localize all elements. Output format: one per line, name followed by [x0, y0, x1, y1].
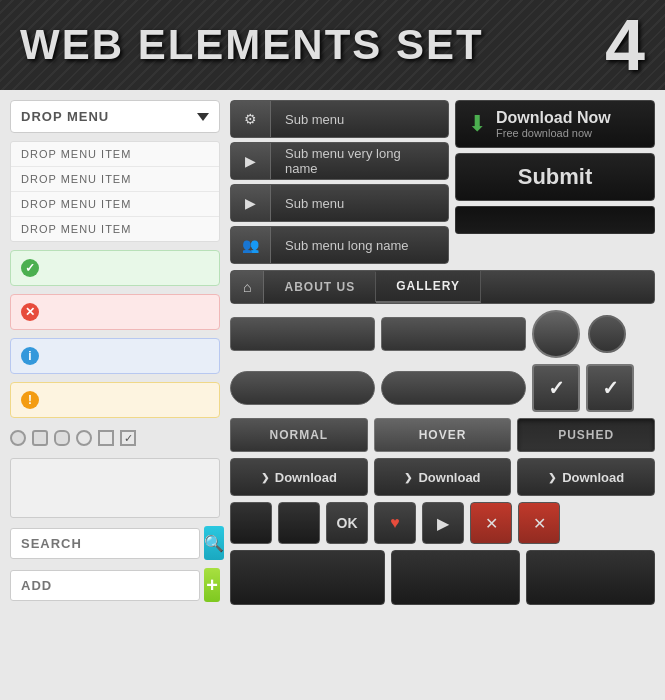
success-icon: ✓	[21, 259, 39, 277]
check-buttons: ✓ ✓	[532, 364, 634, 412]
download-btn-2[interactable]: ❯ Download	[374, 458, 512, 496]
download-btn-1[interactable]: ❯ Download	[230, 458, 368, 496]
dark-pill-btn-1[interactable]	[230, 371, 375, 405]
sub-menu-btn-3[interactable]: ▶ Sub menu	[230, 184, 449, 222]
dropdown[interactable]: DROP MENU	[10, 100, 220, 133]
dark-input-field[interactable]	[455, 206, 655, 234]
dark-rect-btn-2[interactable]	[381, 317, 526, 351]
sub-menu-label-3: Sub menu	[271, 196, 358, 211]
sub-menu-btn-1[interactable]: ⚙ Sub menu	[230, 100, 449, 138]
action-btn-square-1[interactable]	[230, 502, 272, 544]
warning-icon: !	[21, 391, 39, 409]
left-column: DROP MENU DROP MENU ITEM DROP MENU ITEM …	[10, 100, 220, 690]
circle-empty-button[interactable]	[76, 430, 92, 446]
header-title: WEB ELEMENTS SET	[20, 21, 484, 69]
download-chevron-icon-2: ❯	[404, 472, 412, 483]
nav-item-gallery[interactable]: GALLERY	[376, 271, 481, 303]
ok-button[interactable]: OK	[326, 502, 368, 544]
form-elements: ✓	[10, 426, 220, 450]
bottom-panel-2	[391, 550, 520, 605]
sub-menu-icon-3: ▶	[231, 185, 271, 221]
download-btn-label-3: Download	[562, 470, 624, 485]
bottom-panel-1	[230, 550, 385, 605]
check-btn-1[interactable]: ✓	[532, 364, 580, 412]
right-column: ⚙ Sub menu ▶ Sub menu very long name ▶ S…	[230, 100, 655, 690]
dropdown-item-1[interactable]: DROP MENU ITEM	[11, 142, 219, 167]
circles-row	[532, 310, 626, 358]
sub-menu-label-2: Sub menu very long name	[271, 146, 448, 176]
bottom-panels-row	[230, 550, 655, 605]
download-now-title: Download Now	[496, 109, 611, 127]
button-row-2: ✓ ✓	[230, 364, 655, 412]
download-now-button[interactable]: ⬇ Download Now Free download now	[455, 100, 655, 148]
action-buttons-row: OK ♥ ▶ ✕ ✕	[230, 502, 655, 544]
arrow-button[interactable]: ▶	[422, 502, 464, 544]
download-chevron-icon-1: ❯	[261, 472, 269, 483]
download-now-icon: ⬇	[468, 111, 486, 137]
add-row: +	[10, 568, 220, 602]
normal-state-btn[interactable]: NORMAL	[230, 418, 368, 452]
action-btn-square-2[interactable]	[278, 502, 320, 544]
search-row: 🔍	[10, 526, 220, 560]
heart-button[interactable]: ♥	[374, 502, 416, 544]
alert-warning: !	[10, 382, 220, 418]
header-number: 4	[605, 4, 645, 86]
submit-button[interactable]: Submit	[455, 153, 655, 201]
add-input[interactable]	[10, 570, 200, 601]
add-button[interactable]: +	[204, 568, 220, 602]
square-empty-button[interactable]	[98, 430, 114, 446]
round-square-button[interactable]	[54, 430, 70, 446]
dark-rect-btn-1[interactable]	[230, 317, 375, 351]
nav-bar: ⌂ ABOUT US GALLERY	[230, 270, 655, 304]
nav-item-about[interactable]: ABOUT US	[264, 272, 376, 302]
sub-menu-btn-4[interactable]: 👥 Sub menu long name	[230, 226, 449, 264]
hover-state-btn[interactable]: HOVER	[374, 418, 512, 452]
dark-pill-btn-2[interactable]	[381, 371, 526, 405]
error-icon: ✕	[21, 303, 39, 321]
alert-info: i	[10, 338, 220, 374]
sub-menu-label-4: Sub menu long name	[271, 238, 423, 253]
download-buttons-row: ❯ Download ❯ Download ❯ Download	[230, 458, 655, 496]
download-btn-label-2: Download	[418, 470, 480, 485]
search-button[interactable]: 🔍	[204, 526, 224, 560]
pushed-state-btn[interactable]: PUSHED	[517, 418, 655, 452]
download-now-text: Download Now Free download now	[496, 109, 611, 139]
download-btn-label-1: Download	[275, 470, 337, 485]
round-btn-large[interactable]	[532, 310, 580, 358]
header: WEB ELEMENTS SET 4	[0, 0, 665, 90]
info-icon: i	[21, 347, 39, 365]
download-btn-3[interactable]: ❯ Download	[517, 458, 655, 496]
sub-menu-label-1: Sub menu	[271, 112, 358, 127]
sub-menu-section: ⚙ Sub menu ▶ Sub menu very long name ▶ S…	[230, 100, 449, 264]
button-row-1	[230, 310, 655, 358]
dropdown-item-3[interactable]: DROP MENU ITEM	[11, 192, 219, 217]
top-section: ⚙ Sub menu ▶ Sub menu very long name ▶ S…	[230, 100, 655, 264]
close-button-1[interactable]: ✕	[470, 502, 512, 544]
bottom-panel-3	[526, 550, 655, 605]
radio-button-1[interactable]	[10, 430, 26, 446]
checkbox[interactable]: ✓	[120, 430, 136, 446]
dropdown-label: DROP MENU	[21, 109, 109, 124]
state-buttons-row: NORMAL HOVER PUSHED	[230, 418, 655, 452]
sub-menu-icon-4: 👥	[231, 227, 271, 263]
main-content: DROP MENU DROP MENU ITEM DROP MENU ITEM …	[0, 90, 665, 700]
close-button-2[interactable]: ✕	[518, 502, 560, 544]
dropdown-menu: DROP MENU ITEM DROP MENU ITEM DROP MENU …	[10, 141, 220, 242]
square-button-1[interactable]	[32, 430, 48, 446]
download-submit-section: ⬇ Download Now Free download now Submit	[455, 100, 655, 264]
download-chevron-icon-3: ❯	[548, 472, 556, 483]
textarea[interactable]	[10, 458, 220, 518]
dropdown-item-2[interactable]: DROP MENU ITEM	[11, 167, 219, 192]
download-now-sub: Free download now	[496, 127, 611, 139]
nav-home-button[interactable]: ⌂	[231, 271, 264, 303]
dropdown-arrow-icon	[197, 113, 209, 121]
sub-menu-btn-2[interactable]: ▶ Sub menu very long name	[230, 142, 449, 180]
search-input[interactable]	[10, 528, 200, 559]
alert-success: ✓	[10, 250, 220, 286]
sub-menu-icon-2: ▶	[231, 143, 271, 179]
round-btn-medium[interactable]	[588, 315, 626, 353]
sub-menu-icon-1: ⚙	[231, 101, 271, 137]
check-btn-2[interactable]: ✓	[586, 364, 634, 412]
alert-error: ✕	[10, 294, 220, 330]
dropdown-item-4[interactable]: DROP MENU ITEM	[11, 217, 219, 241]
